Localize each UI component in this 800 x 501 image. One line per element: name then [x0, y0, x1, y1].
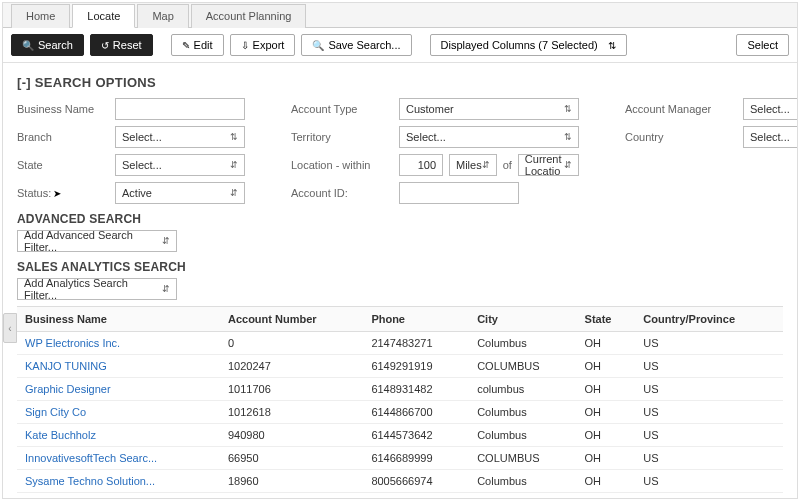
cell-account: 1012618 — [220, 401, 363, 424]
cell-business[interactable]: Kate Buchholz — [17, 424, 220, 447]
state-label: State — [17, 159, 107, 171]
cell-city: COLUMBUS — [469, 447, 576, 470]
cell-country: US — [635, 378, 783, 401]
country-select[interactable]: Select... — [743, 126, 798, 148]
cell-phone: 2147483271 — [363, 332, 469, 355]
of-label: of — [503, 159, 512, 171]
cell-city: COLUMBUS — [469, 355, 576, 378]
cell-phone: 8005666974 — [363, 470, 469, 493]
cell-country: US — [635, 401, 783, 424]
cell-phone: 6148931482 — [363, 378, 469, 401]
account-id-label: Account ID: — [291, 187, 391, 199]
cell-city: Columbus — [469, 424, 576, 447]
cell-account: 1011706 — [220, 378, 363, 401]
business-name-input[interactable] — [115, 98, 245, 120]
col-city[interactable]: City — [469, 307, 576, 332]
table-row[interactable]: Sysame Techno Solution...189608005666974… — [17, 470, 783, 493]
cell-state: OH — [577, 355, 636, 378]
cell-business[interactable]: Sign City Co — [17, 401, 220, 424]
advanced-search-title: ADVANCED SEARCH — [17, 212, 783, 226]
location-distance-input[interactable] — [399, 154, 443, 176]
cell-state: OH — [577, 447, 636, 470]
table-row[interactable]: Graphic Designer10117066148931482columbu… — [17, 378, 783, 401]
search-options-title[interactable]: [-] SEARCH OPTIONS — [17, 75, 783, 90]
cell-business[interactable]: Graphic Designer — [17, 378, 220, 401]
col-business[interactable]: Business Name — [17, 307, 220, 332]
cursor-icon: ➤ — [53, 188, 61, 199]
table-row[interactable]: KANJO TUNING10202476149291919COLUMBUSOHU… — [17, 355, 783, 378]
save-search-button[interactable]: 🔍Save Search... — [301, 34, 411, 56]
edit-button[interactable]: ✎Edit — [171, 34, 224, 56]
location-units-select[interactable]: Miles⇵ — [449, 154, 497, 176]
country-label: Country — [625, 131, 735, 143]
cell-country: US — [635, 470, 783, 493]
cell-business[interactable]: KANJO TUNING — [17, 355, 220, 378]
col-account[interactable]: Account Number — [220, 307, 363, 332]
tab-map[interactable]: Map — [137, 4, 188, 28]
account-type-label: Account Type — [291, 103, 391, 115]
results-table: Business Name Account Number Phone City … — [17, 307, 783, 499]
location-ref-select[interactable]: Current Locatio⇵ — [518, 154, 579, 176]
table-row[interactable]: InnovativesoftTech Searc...6695061466899… — [17, 447, 783, 470]
scroll-left-handle[interactable]: ‹ — [3, 313, 17, 343]
account-manager-label: Account Manager — [625, 103, 735, 115]
pencil-icon: ✎ — [182, 40, 190, 51]
cell-city: COLUMBUS — [469, 493, 576, 500]
updown-icon: ⇅ — [564, 104, 572, 114]
updown-icon: ⇵ — [230, 160, 238, 170]
cell-state: OH — [577, 470, 636, 493]
updown-icon: ⇵ — [162, 236, 170, 246]
advanced-filter-select[interactable]: Add Advanced Search Filter...⇵ — [17, 230, 177, 252]
account-type-select[interactable]: Customer⇅ — [399, 98, 579, 120]
col-phone[interactable]: Phone — [363, 307, 469, 332]
cell-country: US — [635, 447, 783, 470]
account-manager-select[interactable]: Select... — [743, 98, 798, 120]
table-row[interactable]: Kate Buchholz9409806144573642ColumbusOHU… — [17, 424, 783, 447]
business-name-label: Business Name — [17, 103, 107, 115]
analytics-filter-select[interactable]: Add Analytics Search Filter...⇵ — [17, 278, 177, 300]
cell-business[interactable]: InnovativesoftTech Searc... — [17, 447, 220, 470]
state-select[interactable]: Select...⇵ — [115, 154, 245, 176]
cell-city: Columbus — [469, 332, 576, 355]
search-icon: 🔍 — [312, 40, 324, 51]
select-button[interactable]: Select — [736, 34, 789, 56]
updown-icon: ⇵ — [482, 160, 490, 170]
export-icon: ⇩ — [241, 40, 249, 51]
tab-bar: Home Locate Map Account Planning — [3, 3, 797, 28]
search-icon: 🔍 — [22, 40, 34, 51]
table-row[interactable]: WP Electronics Inc.02147483271ColumbusOH… — [17, 332, 783, 355]
status-select[interactable]: Active⇵ — [115, 182, 245, 204]
col-country[interactable]: Country/Province — [635, 307, 783, 332]
cell-account: 0 — [220, 332, 363, 355]
territory-select[interactable]: Select...⇅ — [399, 126, 579, 148]
cell-city: columbus — [469, 378, 576, 401]
reset-button[interactable]: ↺Reset — [90, 34, 153, 56]
branch-select[interactable]: Select...⇅ — [115, 126, 245, 148]
cell-city: Columbus — [469, 470, 576, 493]
updown-icon: ⇅ — [608, 40, 616, 51]
cell-account: 66950 — [220, 447, 363, 470]
table-row[interactable]: SofttechnologiesTechno ...13506144447777… — [17, 493, 783, 500]
tab-home[interactable]: Home — [11, 4, 70, 28]
table-row[interactable]: Sign City Co10126186144866700ColumbusOHU… — [17, 401, 783, 424]
search-button[interactable]: 🔍Search — [11, 34, 84, 56]
cell-phone: 6146689999 — [363, 447, 469, 470]
cell-country: US — [635, 355, 783, 378]
toolbar: 🔍Search ↺Reset ✎Edit ⇩Export 🔍Save Searc… — [3, 28, 797, 63]
cell-business[interactable]: WP Electronics Inc. — [17, 332, 220, 355]
reset-icon: ↺ — [101, 40, 109, 51]
cell-state: OH — [577, 378, 636, 401]
export-button[interactable]: ⇩Export — [230, 34, 296, 56]
displayed-columns-button[interactable]: Displayed Columns (7 Selected)⇅ — [430, 34, 627, 56]
status-label: Status:➤ — [17, 187, 107, 199]
tab-locate[interactable]: Locate — [72, 4, 135, 28]
account-id-input[interactable] — [399, 182, 519, 204]
cell-country: US — [635, 493, 783, 500]
tab-account-planning[interactable]: Account Planning — [191, 4, 307, 28]
cell-business[interactable]: Sysame Techno Solution... — [17, 470, 220, 493]
updown-icon: ⇅ — [230, 132, 238, 142]
results-table-wrap: ‹ Business Name Account Number Phone Cit… — [17, 306, 783, 499]
col-state[interactable]: State — [577, 307, 636, 332]
cell-phone: 6144447777 — [363, 493, 469, 500]
cell-business[interactable]: SofttechnologiesTechno ... — [17, 493, 220, 500]
